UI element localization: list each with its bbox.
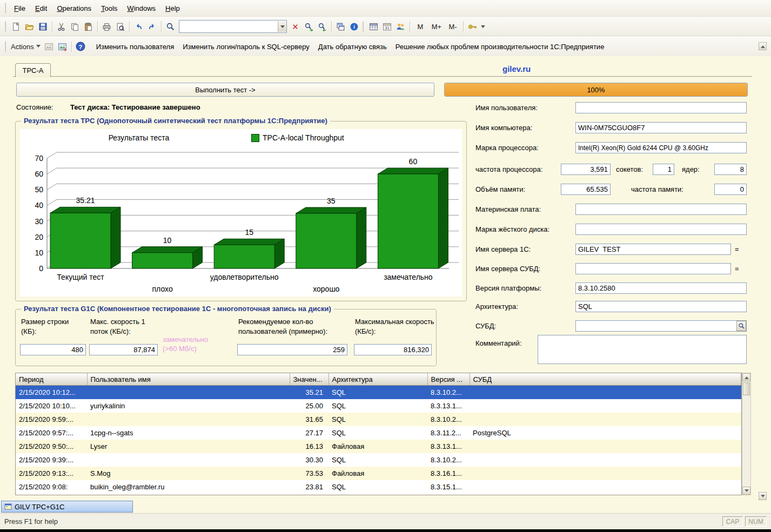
table-row[interactable]: 2/15/2020 10:12...35.21SQL8.3.10.2... bbox=[16, 386, 741, 400]
g1c-rowsize-field[interactable] bbox=[20, 344, 86, 355]
table-cell[interactable] bbox=[470, 480, 741, 494]
find-button[interactable] bbox=[164, 20, 177, 33]
users-button[interactable] bbox=[394, 20, 407, 33]
toolbar-grip[interactable] bbox=[4, 21, 6, 32]
clear-search-button[interactable] bbox=[289, 20, 302, 33]
mem-freq-field[interactable] bbox=[714, 184, 747, 195]
search-input[interactable] bbox=[179, 22, 278, 31]
column-header[interactable]: Архитектура bbox=[328, 373, 427, 386]
column-header[interactable]: Значен... bbox=[290, 373, 328, 386]
table-cell[interactable]: 8.3.15.1... bbox=[427, 480, 470, 494]
table-cell[interactable]: 2/15/2020 9:57:... bbox=[16, 426, 87, 440]
table-cell[interactable]: 8.3.10.2... bbox=[427, 453, 470, 467]
window-taskbar-item[interactable]: GILV TPC+G1C bbox=[1, 501, 133, 513]
table-cell[interactable]: 8.3.11.2... bbox=[427, 426, 470, 440]
table-cell[interactable] bbox=[470, 386, 741, 400]
table-cell[interactable]: 8.3.13.1... bbox=[427, 399, 470, 413]
site-link[interactable]: gilev.ru bbox=[502, 64, 531, 73]
table-row[interactable]: 2/15/2020 9:57:...1cpg-n--sgats27.17SQL8… bbox=[16, 426, 741, 440]
table-cell[interactable]: 8.3.10.2... bbox=[427, 413, 470, 426]
server-db-field[interactable] bbox=[575, 263, 731, 274]
sockets-field[interactable] bbox=[653, 164, 674, 175]
table-scrollbar[interactable] bbox=[742, 373, 751, 495]
memory-field[interactable] bbox=[561, 184, 611, 195]
table-cell[interactable]: 73.53 bbox=[290, 467, 328, 480]
table-row[interactable]: 2/15/2020 9:13:...S.Mog73.53Файловая8.3.… bbox=[16, 467, 741, 480]
table-row[interactable]: 2/15/2020 9:08:buikin_oleg@rambler.ru23.… bbox=[16, 480, 741, 494]
table-cell[interactable]: Lyser bbox=[87, 440, 290, 453]
page-scroll-down-button[interactable] bbox=[759, 492, 767, 500]
table-cell[interactable]: S.Mog bbox=[87, 467, 290, 480]
platform-field[interactable] bbox=[575, 282, 747, 294]
table-cell[interactable]: 2/15/2020 9:39:... bbox=[16, 453, 87, 467]
cut-button[interactable] bbox=[55, 20, 68, 33]
table-cell[interactable]: SQL bbox=[328, 480, 427, 494]
publish-button[interactable] bbox=[56, 40, 69, 53]
table-cell[interactable]: 8.3.13.1... bbox=[427, 440, 470, 453]
column-header[interactable]: СУБД bbox=[470, 373, 741, 386]
server-1c-field[interactable] bbox=[575, 244, 731, 255]
table-cell[interactable] bbox=[87, 413, 290, 426]
table-cell[interactable]: SQL bbox=[328, 386, 427, 400]
table-cell[interactable]: 25.00 bbox=[290, 399, 328, 413]
g1c-users-field[interactable] bbox=[237, 344, 347, 355]
column-header[interactable]: Период bbox=[16, 373, 87, 386]
actions-menu-button[interactable]: Actions bbox=[9, 41, 42, 52]
info-button[interactable]: i bbox=[347, 20, 361, 33]
picture-button[interactable] bbox=[42, 40, 56, 53]
table-cell[interactable] bbox=[87, 386, 290, 400]
run-test-button[interactable]: Выполнить тест -> bbox=[16, 83, 434, 97]
table-row[interactable]: 2/15/2020 9:39:...30.30SQL8.3.10.2... bbox=[16, 453, 741, 467]
toolbar-overflow-button[interactable] bbox=[479, 20, 487, 33]
table-cell[interactable] bbox=[470, 440, 741, 453]
table-cell[interactable] bbox=[470, 453, 741, 467]
table-cell[interactable]: SQL bbox=[328, 453, 427, 467]
table-cell[interactable]: 1cpg-n--sgats bbox=[87, 426, 290, 440]
m-minus-button[interactable]: M- bbox=[445, 21, 461, 32]
link-change-sql-login[interactable]: Изменить логин/пароль к SQL-серверу bbox=[183, 43, 310, 51]
dbms-field[interactable] bbox=[575, 320, 747, 332]
link-performance-solutions[interactable]: Решение любых проблем производительности… bbox=[395, 43, 605, 51]
table-cell[interactable]: 8.3.10.2... bbox=[427, 386, 470, 400]
computer-field[interactable] bbox=[575, 122, 747, 133]
table-cell[interactable]: SQL bbox=[328, 399, 427, 413]
column-header[interactable]: Версия ... bbox=[427, 373, 470, 386]
menu-tools[interactable]: Tools bbox=[96, 2, 122, 15]
table-cell[interactable]: buikin_oleg@rambler.ru bbox=[87, 480, 290, 494]
find-previous-button[interactable] bbox=[316, 20, 329, 33]
table-cell[interactable]: Файловая bbox=[328, 440, 427, 453]
g1c-totalspeed-field[interactable] bbox=[354, 344, 432, 355]
menu-edit[interactable]: Edit bbox=[30, 2, 52, 15]
table-cell[interactable]: SQL bbox=[328, 413, 427, 426]
table-scroll-down-button[interactable] bbox=[742, 487, 750, 495]
new-document-button[interactable] bbox=[9, 20, 23, 33]
page-scrollbar[interactable] bbox=[759, 42, 768, 501]
g1c-maxspeed-field[interactable] bbox=[89, 344, 158, 355]
table-row[interactable]: 2/15/2020 10:10...yuriykalinin25.00SQL8.… bbox=[16, 399, 741, 413]
table-cell[interactable] bbox=[87, 453, 290, 467]
table-cell[interactable] bbox=[470, 467, 741, 480]
table-cell[interactable]: 2/15/2020 9:59:... bbox=[16, 413, 87, 426]
undo-button[interactable] bbox=[132, 20, 145, 33]
link-feedback[interactable]: Дать обратную связь bbox=[318, 43, 387, 51]
redo-button[interactable] bbox=[145, 20, 159, 33]
table-cell[interactable]: yuriykalinin bbox=[87, 399, 290, 413]
table-cell[interactable]: 27.17 bbox=[290, 426, 328, 440]
column-header[interactable]: Пользователь имя bbox=[87, 373, 290, 386]
table-cell[interactable]: 23.81 bbox=[290, 480, 328, 494]
service-key-button[interactable] bbox=[466, 20, 479, 33]
m-button[interactable]: M bbox=[412, 21, 428, 32]
motherboard-field[interactable] bbox=[575, 204, 747, 215]
tab-tpc-a[interactable]: TPC-A bbox=[15, 63, 51, 77]
table-cell[interactable]: 16.13 bbox=[290, 440, 328, 453]
table-scroll-up-button[interactable] bbox=[742, 373, 750, 381]
dbms-lookup-button[interactable] bbox=[736, 321, 746, 331]
table-cell[interactable]: 2/15/2020 9:13:... bbox=[16, 467, 87, 480]
table-row[interactable]: 2/15/2020 9:50:...Lyser16.13Файловая8.3.… bbox=[16, 440, 741, 453]
toolbar-grip[interactable] bbox=[362, 21, 364, 32]
help-button[interactable]: ? bbox=[74, 40, 88, 53]
table-cell[interactable]: PostgreSQL bbox=[470, 426, 741, 440]
m-plus-button[interactable]: M+ bbox=[428, 21, 445, 32]
architecture-field[interactable] bbox=[575, 301, 747, 312]
link-change-user[interactable]: Изменить пользователя bbox=[96, 43, 175, 51]
